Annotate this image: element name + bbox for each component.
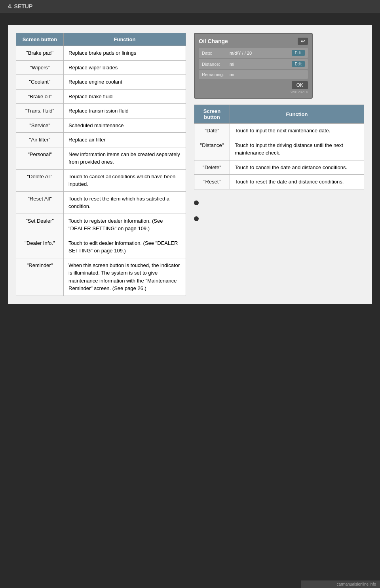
right-section: Oil Change ↩ Date:m/d/Y / / 20EditDistan… [194, 33, 364, 221]
table-row: "Air filter"Replace air filter [16, 133, 186, 147]
oil-row-value: mi [230, 62, 292, 67]
oil-change-label: Oil Change [199, 38, 228, 44]
function-cell: Scheduled maintenance [64, 118, 186, 133]
function-cell: Touch to cancel the date and distance co… [230, 160, 364, 175]
page-content: Screen button Function "Brake pad"Replac… [8, 25, 372, 304]
table-row: "Delete"Touch to cancel the date and dis… [194, 160, 364, 175]
table-row: "Coolant"Replace engine coolant [16, 75, 186, 90]
screen-button-cell: "Dealer Info." [16, 236, 64, 258]
function-cell: Replace transmission fluid [64, 104, 186, 118]
ok-button[interactable]: OK [292, 81, 308, 89]
table-row: "Brake oil"Replace brake fluid [16, 89, 186, 104]
screen-button-cell: "Personal" [16, 147, 64, 169]
oil-row-label: Distance: [202, 62, 230, 67]
table-row: "Reminder"When this screen button is tou… [16, 258, 186, 296]
oil-row: Distance:miEdit [199, 59, 308, 69]
function-cell: Replace brake fluid [64, 89, 186, 104]
table-row: "Distance"Touch to input the driving dis… [194, 138, 364, 160]
screen-button-cell: "Set Dealer" [16, 214, 64, 236]
screen-button-cell: "Delete All" [16, 169, 64, 191]
right-col2-header: Function [230, 105, 364, 124]
left-col2-header: Function [64, 33, 186, 46]
edit-button[interactable]: Edit [292, 61, 305, 67]
oil-change-screen: Oil Change ↩ Date:m/d/Y / / 20EditDistan… [194, 33, 313, 99]
screen-button-cell: "Reset" [194, 175, 230, 189]
screen-button-cell: "Service" [16, 118, 64, 133]
function-cell: Replace wiper blades [64, 60, 186, 75]
function-cell: Touch to input the next maintenance date… [230, 124, 364, 138]
right-table: Screen button Function "Date"Touch to in… [194, 105, 364, 189]
watermark: carmanualsionline.info [301, 580, 380, 588]
oil-change-title-bar: Oil Change ↩ [199, 38, 308, 45]
table-row: "Brake pad"Replace brake pads or linings [16, 46, 186, 61]
oil-row-label: Date: [202, 51, 230, 55]
oil-row: Date:m/d/Y / / 20Edit [199, 48, 308, 58]
screen-button-cell: "Wipers" [16, 60, 64, 75]
table-row: "Wipers"Replace wiper blades [16, 60, 186, 75]
screen-button-cell: "Date" [194, 124, 230, 138]
left-section: Screen button Function "Brake pad"Replac… [16, 33, 186, 296]
function-cell: Replace air filter [64, 133, 186, 147]
screen-button-cell: "Reminder" [16, 258, 64, 296]
function-cell: Touch to reset the date and distance con… [230, 175, 364, 189]
bullet-section [194, 199, 364, 205]
function-cell: Replace engine coolant [64, 75, 186, 90]
function-cell: New information items can be created sep… [64, 147, 186, 169]
table-row: "Service"Scheduled maintenance [16, 118, 186, 133]
screen-button-cell: "Brake pad" [16, 46, 64, 61]
left-col1-header: Screen button [16, 33, 64, 46]
ok-btn-area: OK [199, 81, 308, 89]
function-cell: When this screen button is touched, the … [64, 258, 186, 296]
oil-row-value: m/d/Y / / 20 [230, 51, 292, 55]
table-row: "Reset All"Touch to reset the item which… [16, 191, 186, 214]
table-row: "Dealer Info."Touch to edit dealer infor… [16, 236, 186, 258]
oil-rows: Date:m/d/Y / / 20EditDistance:miEditRema… [199, 48, 308, 79]
oil-row-label: Remaining: [202, 72, 230, 77]
table-row: "Date"Touch to input the next maintenanc… [194, 124, 364, 138]
screen-button-cell: "Delete" [194, 160, 230, 175]
function-cell: Replace brake pads or linings [64, 46, 186, 61]
back-button[interactable]: ↩ [298, 38, 308, 45]
bullet-2 [194, 216, 199, 221]
screen-button-cell: "Reset All" [16, 191, 64, 214]
screen-button-cell: "Brake oil" [16, 89, 64, 104]
function-cell: Touch to reset the item which has satisf… [64, 191, 186, 214]
oil-row-value: mi [230, 72, 305, 77]
screen-button-cell: "Coolant" [16, 75, 64, 90]
screen-button-cell: "Distance" [194, 138, 230, 160]
table-row: "Personal"New information items can be c… [16, 147, 186, 169]
edit-button[interactable]: Edit [292, 50, 305, 56]
function-cell: Touch to edit dealer information. (See "… [64, 236, 186, 258]
table-row: "Reset"Touch to reset the date and dista… [194, 175, 364, 189]
function-cell: Touch to register dealer information. (S… [64, 214, 186, 236]
bullet-1 [194, 200, 199, 205]
main-table: Screen button Function "Brake pad"Replac… [16, 33, 186, 296]
oil-row: Remaining:mi [199, 70, 308, 79]
screen-button-cell: "Trans. fluid" [16, 104, 64, 118]
function-cell: Touch to input the driving distance unti… [230, 138, 364, 160]
function-cell: Touch to cancel all conditions which hav… [64, 169, 186, 191]
table-row: "Set Dealer"Touch to register dealer inf… [16, 214, 186, 236]
screen-button-cell: "Air filter" [16, 133, 64, 147]
right-col1-header: Screen button [194, 105, 230, 124]
page-title: 4. SETUP [8, 3, 32, 10]
page-header: 4. SETUP [0, 0, 380, 13]
table-row: "Delete All"Touch to cancel all conditio… [16, 169, 186, 191]
table-row: "Trans. fluid"Replace transmission fluid [16, 104, 186, 118]
bullet-section-2 [194, 215, 364, 221]
screen-id: W01232T6 [199, 90, 308, 94]
